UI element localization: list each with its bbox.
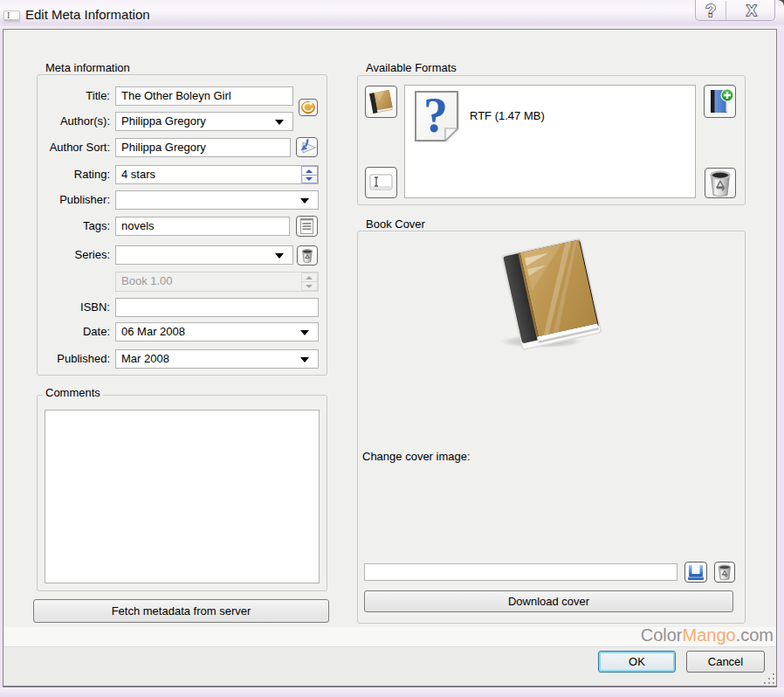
svg-text:?: ? — [705, 1, 716, 20]
svg-text:X: X — [746, 3, 757, 19]
svg-text:?: ? — [423, 89, 448, 142]
